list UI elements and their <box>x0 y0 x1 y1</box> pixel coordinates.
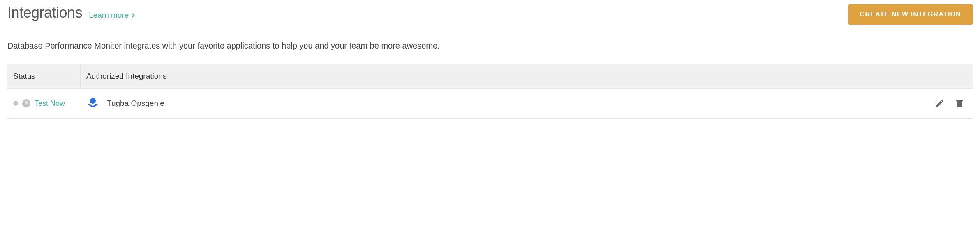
authorized-cell: Tugba Opsgenie <box>81 97 935 110</box>
edit-icon[interactable] <box>935 98 945 108</box>
opsgenie-icon <box>86 97 99 110</box>
page-title: Integrations <box>7 4 82 21</box>
chevron-right-icon <box>131 13 135 17</box>
status-cell: ? Test Now <box>7 99 81 108</box>
learn-more-link[interactable]: Learn more <box>89 11 134 20</box>
learn-more-label: Learn more <box>89 11 129 20</box>
page-description: Database Performance Monitor integrates … <box>7 41 973 51</box>
column-header-status: Status <box>7 64 81 88</box>
help-icon[interactable]: ? <box>22 99 30 107</box>
svg-point-0 <box>90 98 96 104</box>
actions-cell <box>935 98 973 108</box>
column-header-authorized: Authorized Integrations <box>81 64 973 88</box>
trash-icon[interactable] <box>955 98 964 108</box>
integration-name: Tugba Opsgenie <box>107 99 164 108</box>
test-now-link[interactable]: Test Now <box>35 99 65 108</box>
header-row: Integrations Learn more CREATE NEW INTEG… <box>7 4 973 25</box>
integrations-table: Status Authorized Integrations ? Test No… <box>7 64 973 119</box>
create-new-integration-button[interactable]: CREATE NEW INTEGRATION <box>848 4 973 25</box>
table-header: Status Authorized Integrations <box>7 64 973 89</box>
header-left: Integrations Learn more <box>7 4 134 21</box>
status-indicator-dot <box>13 101 18 106</box>
table-row: ? Test Now Tugba Opsgenie <box>7 89 973 119</box>
